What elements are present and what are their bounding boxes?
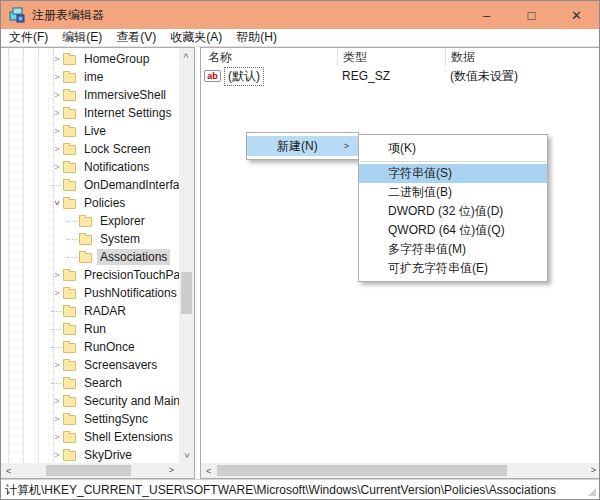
tree-vertical-scrollbar[interactable]: > > — [179, 48, 194, 463]
tree-item-label[interactable]: Run — [81, 321, 109, 337]
scroll-down-icon[interactable]: > — [179, 448, 194, 463]
tree-item-label[interactable]: Shell Extensions — [81, 429, 176, 445]
tree-item-label[interactable]: Policies — [81, 195, 128, 211]
menubar-item-view[interactable]: 查看(V) — [109, 28, 163, 47]
submenu-item[interactable]: QWORD (64 位)值(Q) — [359, 221, 547, 240]
expander-collapsed-icon[interactable]: > — [51, 107, 63, 119]
value-data: (数值未设置) — [445, 68, 600, 85]
expander-collapsed-icon[interactable]: > — [51, 413, 63, 425]
tree-item-label[interactable]: OnDemandInterfac — [81, 177, 179, 193]
expander-collapsed-icon[interactable]: > — [51, 287, 63, 299]
tree-item-label[interactable]: Live — [81, 123, 109, 139]
tree-item-label[interactable]: Search — [81, 375, 125, 391]
expander-collapsed-icon[interactable]: > — [51, 161, 63, 173]
tree-item-label[interactable]: PrecisionTouchPac — [81, 267, 179, 283]
menubar-item-file[interactable]: 文件(F) — [2, 28, 55, 47]
scrollbar-thumb[interactable] — [46, 465, 131, 476]
column-header-data[interactable]: 数据 — [445, 48, 600, 66]
tree-item[interactable]: >Internet Settings — [1, 104, 179, 122]
expander-collapsed-icon[interactable]: > — [51, 449, 63, 461]
value-row[interactable]: ab (默认) REG_SZ (数值未设置) — [201, 66, 600, 86]
list-horizontal-scrollbar[interactable]: > > — [201, 463, 600, 478]
tree-item[interactable]: >ImmersiveShell — [1, 86, 179, 104]
tree-item[interactable]: >Policies — [1, 194, 179, 212]
scroll-right-icon[interactable]: > — [586, 463, 600, 478]
close-button[interactable]: ✕ — [554, 1, 599, 29]
maximize-button[interactable]: □ — [509, 1, 554, 29]
tree-item[interactable]: Associations — [1, 248, 179, 266]
folder-icon — [63, 451, 76, 461]
tree-item[interactable]: Run — [1, 320, 179, 338]
expander-collapsed-icon[interactable]: > — [51, 53, 63, 65]
submenu-item[interactable]: 可扩充字符串值(E) — [359, 259, 547, 278]
submenu-item[interactable]: 字符串值(S) — [359, 164, 547, 183]
expander-collapsed-icon[interactable]: > — [51, 395, 63, 407]
tree-item-label[interactable]: ImmersiveShell — [81, 87, 169, 103]
tree-item[interactable]: RunOnce — [1, 338, 179, 356]
value-name[interactable]: (默认) — [224, 67, 264, 86]
tree-item[interactable]: >PrecisionTouchPac — [1, 266, 179, 284]
tree-item[interactable]: >Screensavers — [1, 356, 179, 374]
tree-item-label[interactable]: ime — [81, 69, 106, 85]
expander-collapsed-icon[interactable]: > — [51, 71, 63, 83]
tree-connector — [67, 239, 77, 240]
tree-item-label[interactable]: Explorer — [97, 213, 148, 229]
minimize-button[interactable]: – — [464, 1, 509, 29]
submenu-item[interactable]: DWORD (32 位)值(D) — [359, 202, 547, 221]
tree-item[interactable]: >HomeGroup — [1, 50, 179, 68]
tree-item-label[interactable]: RunOnce — [81, 339, 138, 355]
column-header-type[interactable]: 类型 — [337, 48, 445, 66]
expander-expanded-icon[interactable]: > — [51, 197, 63, 209]
column-header-name[interactable]: 名称 — [201, 49, 337, 66]
scroll-left-icon[interactable]: > — [1, 463, 16, 478]
tree-item-label[interactable]: RADAR — [81, 303, 129, 319]
tree-horizontal-scrollbar[interactable]: > > — [1, 463, 179, 478]
tree-item[interactable]: System — [1, 230, 179, 248]
context-menu-item-new[interactable]: 新建(N)> — [247, 136, 358, 156]
tree-item[interactable]: >Lock Screen — [1, 140, 179, 158]
expander-collapsed-icon[interactable]: > — [51, 143, 63, 155]
expander-collapsed-icon[interactable]: > — [51, 125, 63, 137]
tree-item[interactable]: OnDemandInterfac — [1, 176, 179, 194]
tree-item-label[interactable]: PushNotifications — [81, 285, 179, 301]
tree-item-label[interactable]: HomeGroup — [81, 51, 152, 67]
expander-collapsed-icon[interactable]: > — [51, 431, 63, 443]
folder-icon — [63, 397, 76, 407]
tree-item-label[interactable]: Notifications — [81, 159, 152, 175]
tree-item[interactable]: >SettingSync — [1, 410, 179, 428]
scrollbar-thumb[interactable] — [217, 465, 507, 476]
scrollbar-thumb[interactable] — [181, 272, 192, 314]
menubar-item-help[interactable]: 帮助(H) — [229, 28, 284, 47]
tree-item[interactable]: >ime — [1, 68, 179, 86]
expander-collapsed-icon[interactable]: > — [51, 269, 63, 281]
tree-item[interactable]: RADAR — [1, 302, 179, 320]
menubar-item-favorites[interactable]: 收藏夹(A) — [163, 28, 229, 47]
tree-item[interactable]: >PushNotifications — [1, 284, 179, 302]
tree-item-label[interactable]: Associations — [97, 249, 170, 265]
submenu-item[interactable]: 多字符串值(M) — [359, 240, 547, 259]
folder-icon — [63, 343, 76, 353]
tree-item[interactable]: >Security and Maint — [1, 392, 179, 410]
scroll-right-icon[interactable]: > — [164, 463, 179, 478]
tree-item-label[interactable]: System — [97, 231, 143, 247]
scroll-left-icon[interactable]: > — [201, 463, 216, 478]
expander-collapsed-icon[interactable]: > — [51, 89, 63, 101]
tree-item-label[interactable]: Screensavers — [81, 357, 160, 373]
scroll-up-icon[interactable]: > — [179, 48, 194, 63]
tree-item[interactable]: Search — [1, 374, 179, 392]
tree-item[interactable]: >Shell Extensions — [1, 428, 179, 446]
tree-item-label[interactable]: Internet Settings — [81, 105, 174, 121]
tree-item[interactable]: Explorer — [1, 212, 179, 230]
tree-item[interactable]: >Notifications — [1, 158, 179, 176]
tree-item-label[interactable]: Security and Maint — [81, 393, 179, 409]
submenu-item[interactable]: 项(K) — [359, 138, 547, 159]
expander-collapsed-icon[interactable]: > — [51, 359, 63, 371]
tree-item-label[interactable]: Lock Screen — [81, 141, 154, 157]
menubar-item-edit[interactable]: 编辑(E) — [55, 28, 109, 47]
submenu-item[interactable]: 二进制值(B) — [359, 183, 547, 202]
tree-item-label[interactable]: SettingSync — [81, 411, 151, 427]
tree-item-label[interactable]: SkyDrive — [81, 447, 135, 463]
tree-connector — [67, 221, 77, 222]
tree-item[interactable]: >Live — [1, 122, 179, 140]
tree-item[interactable]: >SkyDrive — [1, 446, 179, 463]
